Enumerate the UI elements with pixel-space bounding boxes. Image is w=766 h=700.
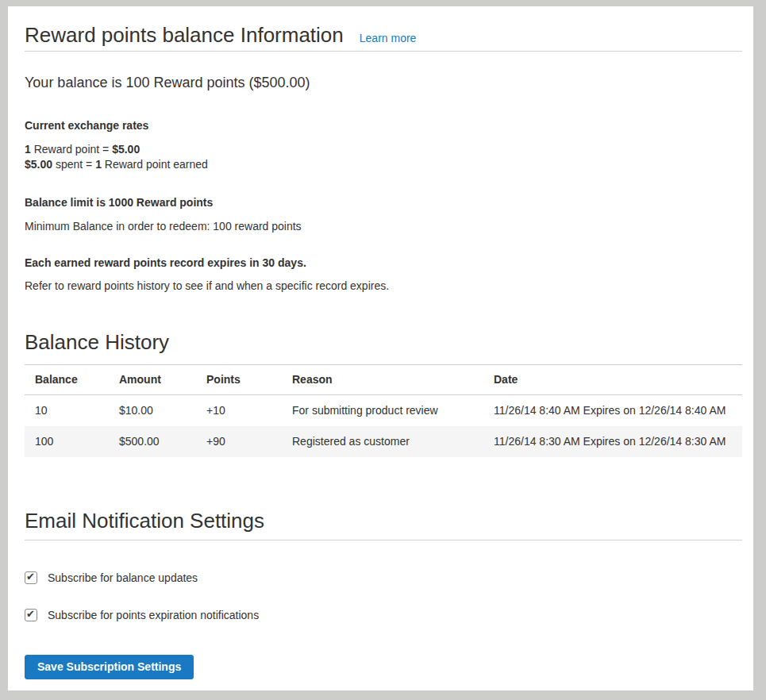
expiration-notifications-checkbox[interactable] — [25, 609, 37, 621]
balance-limit-heading: Balance limit is 1000 Reward points — [25, 196, 742, 209]
rate-line1: 1 Reward point = $5.00 — [25, 143, 140, 156]
balance-history-table: Balance Amount Points Reason Date 10 $10… — [25, 364, 742, 457]
exchange-rates-heading: Current exchange rates — [25, 119, 742, 132]
column-header-date: Date — [483, 365, 742, 395]
table-header-row: Balance Amount Points Reason Date — [25, 365, 742, 395]
cell-date: 11/26/14 8:30 AM Expires on 12/26/14 8:3… — [483, 426, 742, 457]
cell-reason: For submitting product review — [282, 395, 483, 427]
learn-more-link[interactable]: Learn more — [360, 32, 417, 44]
cell-balance: 100 — [25, 426, 109, 457]
page-title: Reward points balance Information — [25, 20, 344, 50]
table-row: 10 $10.00 +10 For submitting product rev… — [25, 395, 742, 427]
table-row: 100 $500.00 +90 Registered as customer 1… — [25, 426, 742, 457]
email-notification-settings-title: Email Notification Settings — [25, 510, 742, 532]
balance-summary: Your balance is 100 Reward points ($500.… — [25, 75, 742, 90]
balance-history-title: Balance History — [25, 332, 742, 353]
balance-updates-label: Subscribe for balance updates — [48, 571, 198, 584]
column-header-points: Points — [196, 365, 282, 395]
reward-points-panel: Reward points balance Information Learn … — [8, 6, 753, 690]
column-header-balance: Balance — [25, 365, 109, 395]
subscribe-expiration-notifications-row[interactable]: Subscribe for points expiration notifica… — [25, 609, 742, 621]
exchange-rates-lines: 1 Reward point = $5.00 $5.00 spent = 1 R… — [25, 142, 742, 172]
rate-line2: $5.00 spent = 1 Reward point earned — [25, 158, 208, 171]
column-header-reason: Reason — [282, 365, 483, 395]
balance-updates-checkbox[interactable] — [25, 571, 37, 584]
cell-amount: $500.00 — [109, 426, 196, 457]
cell-date: 11/26/14 8:40 AM Expires on 12/26/14 8:4… — [483, 395, 742, 427]
save-subscription-settings-button[interactable]: Save Subscription Settings — [25, 655, 194, 679]
page-header: Reward points balance Information Learn … — [25, 6, 742, 51]
expiration-heading: Each earned reward points record expires… — [25, 256, 742, 269]
cell-points: +90 — [196, 426, 282, 457]
email-section-divider — [25, 540, 742, 540]
subscribe-balance-updates-row[interactable]: Subscribe for balance updates — [25, 571, 742, 584]
minimum-redeem-note: Minimum Balance in order to redeem: 100 … — [25, 220, 742, 233]
column-header-amount: Amount — [109, 365, 196, 395]
cell-reason: Registered as customer — [282, 426, 483, 457]
cell-points: +10 — [196, 395, 282, 427]
expiration-notifications-label: Subscribe for points expiration notifica… — [48, 609, 259, 621]
cell-balance: 10 — [25, 395, 109, 427]
expiration-note: Refer to reward points history to see if… — [25, 279, 742, 292]
header-divider — [25, 51, 742, 52]
cell-amount: $10.00 — [109, 395, 196, 427]
